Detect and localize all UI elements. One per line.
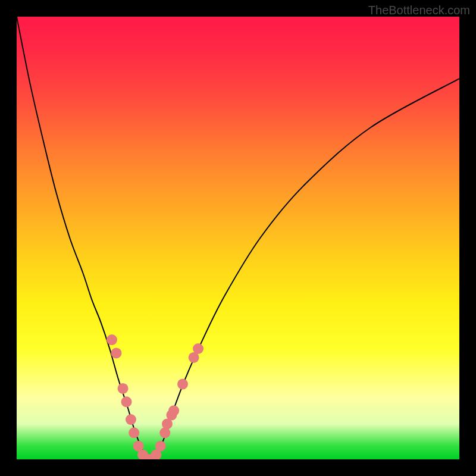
- data-point: [121, 396, 132, 407]
- chart-plot-area: [17, 17, 459, 459]
- data-point: [129, 427, 139, 438]
- chart-svg: [17, 17, 459, 459]
- data-point: [151, 450, 161, 459]
- data-point: [166, 410, 177, 421]
- data-point: [168, 405, 179, 416]
- data-point: [193, 343, 203, 354]
- data-point: [162, 418, 173, 429]
- data-point: [118, 383, 129, 394]
- data-point: [189, 352, 199, 363]
- data-point: [137, 450, 148, 459]
- data-point: [111, 347, 121, 358]
- bottleneck-curve: [17, 17, 459, 459]
- data-point: [155, 441, 166, 452]
- data-point: [107, 334, 117, 345]
- data-point: [159, 427, 170, 438]
- data-point: [126, 414, 136, 425]
- data-point: [144, 454, 155, 459]
- data-points-group: [107, 334, 203, 459]
- watermark-text: TheBottleneck.com: [368, 4, 470, 17]
- data-point: [133, 441, 144, 452]
- data-point: [177, 379, 188, 390]
